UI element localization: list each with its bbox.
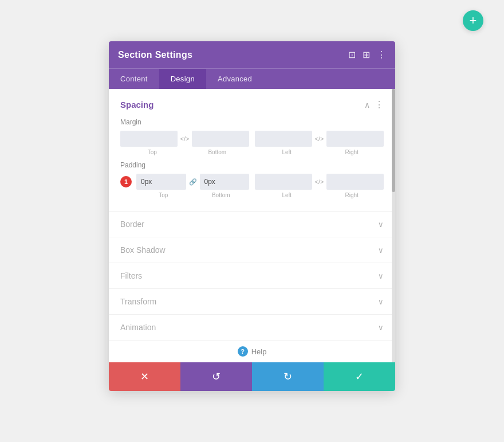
redo-button[interactable]: ↻ <box>252 362 324 391</box>
margin-label: Margin <box>120 118 384 126</box>
more-icon[interactable]: ⋮ <box>377 49 386 60</box>
modal-footer: ✕ ↺ ↻ ✓ <box>109 362 395 391</box>
focus-icon[interactable]: ⊡ <box>348 49 356 60</box>
margin-link-icon[interactable]: </> <box>179 131 191 147</box>
redo-icon: ↻ <box>284 370 292 383</box>
padding-right-wrapper <box>326 174 384 190</box>
padding-fields: 1 🔗 Top Bottom <box>120 174 384 198</box>
fab-button[interactable]: + <box>463 10 483 31</box>
plus-icon: + <box>470 13 477 28</box>
padding-right-input[interactable] <box>326 174 384 190</box>
padding-lr-link-icon[interactable]: </> <box>313 174 326 190</box>
scrollbar-thumb[interactable] <box>392 89 395 192</box>
filters-section[interactable]: Filters ∨ <box>109 263 395 289</box>
padding-top-input[interactable] <box>136 174 186 190</box>
border-section[interactable]: Border ∨ <box>109 212 395 237</box>
help-row: ? Help <box>109 341 395 362</box>
padding-label: Padding <box>120 161 384 169</box>
padding-top-label: Top <box>135 192 192 198</box>
margin-top-input[interactable] <box>120 131 178 147</box>
margin-top-bottom-pair: </> Top Bottom <box>120 131 249 155</box>
transform-title: Transform <box>120 297 156 306</box>
padding-left-input[interactable] <box>255 174 312 190</box>
save-icon: ✓ <box>355 370 364 383</box>
border-title: Border <box>120 220 144 229</box>
modal-title: Section Settings <box>118 50 192 60</box>
padding-bottom-input[interactable] <box>200 174 250 190</box>
tab-advanced[interactable]: Advanced <box>206 69 263 89</box>
modal-header: Section Settings ⊡ ⊞ ⋮ <box>109 41 395 68</box>
padding-bottom-wrapper <box>200 174 250 190</box>
tab-design[interactable]: Design <box>159 69 206 89</box>
modal-header-icons: ⊡ ⊞ ⋮ <box>348 49 386 60</box>
box-shadow-title: Box Shadow <box>120 245 166 255</box>
margin-bottom-label: Bottom <box>186 149 250 155</box>
reset-button[interactable]: ↺ <box>180 362 252 391</box>
section-settings-modal: Section Settings ⊡ ⊞ ⋮ Content Design Ad… <box>109 41 395 391</box>
filters-title: Filters <box>120 271 142 280</box>
modal-body: Spacing ∧ ⋮ Margin </> <box>109 89 395 362</box>
cancel-button[interactable]: ✕ <box>109 362 180 391</box>
box-shadow-section[interactable]: Box Shadow ∨ <box>109 237 395 263</box>
animation-title: Animation <box>120 323 156 332</box>
cancel-icon: ✕ <box>140 370 149 383</box>
animation-section[interactable]: Animation ∨ <box>109 315 395 341</box>
help-icon: ? <box>238 346 248 357</box>
padding-left-wrapper <box>255 174 312 190</box>
margin-fields: </> Top Bottom <box>120 131 384 155</box>
padding-lr-labels: Left Right <box>255 192 384 198</box>
collapse-spacing-icon[interactable]: ∧ <box>364 100 370 109</box>
tab-content[interactable]: Content <box>109 69 159 89</box>
scrollbar-track <box>392 89 395 362</box>
spacing-header-icons: ∧ ⋮ <box>364 99 384 110</box>
box-shadow-chevron-icon: ∨ <box>378 246 384 255</box>
margin-lr-labels: Left Right <box>255 149 384 155</box>
reset-icon: ↺ <box>212 370 220 383</box>
save-button[interactable]: ✓ <box>324 362 395 391</box>
margin-bottom-input[interactable] <box>192 131 249 147</box>
margin-left-input[interactable] <box>255 131 312 147</box>
margin-top-wrapper <box>120 131 178 147</box>
transform-section[interactable]: Transform ∨ <box>109 289 395 315</box>
spacing-section-header: Spacing ∧ ⋮ <box>120 99 384 110</box>
margin-top-label: Top <box>120 149 184 155</box>
margin-lr-link-icon[interactable]: </> <box>313 131 326 147</box>
padding-right-label: Right <box>320 192 384 198</box>
margin-right-wrapper <box>326 131 384 147</box>
padding-link-icon[interactable]: 🔗 <box>187 178 199 186</box>
padding-badge: 1 <box>120 176 132 187</box>
spacing-title: Spacing <box>120 100 153 109</box>
padding-left-label: Left <box>255 192 319 198</box>
margin-right-input[interactable] <box>326 131 384 147</box>
margin-tb-labels: Top Bottom <box>120 149 249 155</box>
animation-chevron-icon: ∨ <box>378 323 384 332</box>
layout-icon[interactable]: ⊞ <box>363 49 370 60</box>
margin-left-label: Left <box>255 149 319 155</box>
margin-right-label: Right <box>320 149 384 155</box>
padding-tb-labels: Top Bottom <box>120 192 249 198</box>
tabs: Content Design Advanced <box>109 68 395 89</box>
transform-chevron-icon: ∨ <box>378 298 384 306</box>
spacing-section: Spacing ∧ ⋮ Margin </> <box>109 89 395 212</box>
spacing-more-icon[interactable]: ⋮ <box>375 99 384 110</box>
help-text: Help <box>251 347 267 356</box>
margin-left-wrapper <box>255 131 312 147</box>
padding-bottom-label: Bottom <box>193 192 250 198</box>
padding-top-bottom-pair: 1 🔗 Top Bottom <box>120 174 249 198</box>
padding-left-right-pair: </> Left Right <box>255 174 384 198</box>
margin-bottom-wrapper <box>192 131 249 147</box>
border-chevron-icon: ∨ <box>378 220 384 229</box>
filters-chevron-icon: ∨ <box>378 272 384 280</box>
padding-top-wrapper <box>136 174 186 190</box>
margin-left-right-pair: </> Left Right <box>255 131 384 155</box>
